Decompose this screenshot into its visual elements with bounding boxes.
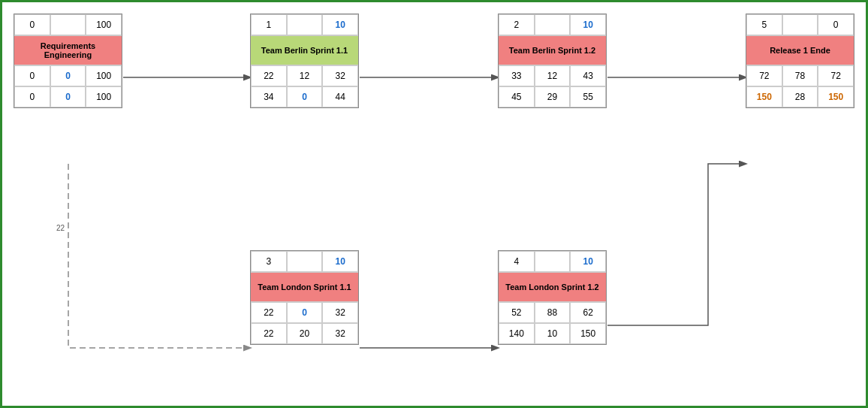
node-req-title: RequirementsEngineering xyxy=(14,35,122,65)
cell-l1-top-right: 10 xyxy=(322,251,358,272)
node-london1-title: Team London Sprint 1.1 xyxy=(251,272,358,302)
cell-r1-top-right: 0 xyxy=(818,14,854,35)
node-berlin1-title: Team Berlin Sprint 1.1 xyxy=(251,35,358,65)
cell-req-top-mid xyxy=(50,14,86,35)
cell-l2-top-right: 10 xyxy=(570,251,606,272)
node-london1-row1: 22 0 32 xyxy=(251,302,358,323)
cell-l1-top-left: 3 xyxy=(251,251,287,272)
node-london2-title: Team London Sprint 1.2 xyxy=(499,272,606,302)
cell-b2-r2c3: 55 xyxy=(570,86,606,107)
cell-req-r1c2: 0 xyxy=(50,65,86,86)
cell-l2-r2c1: 140 xyxy=(499,323,535,344)
node-release1-row1: 72 78 72 xyxy=(746,65,854,86)
node-london1: 3 10 Team London Sprint 1.1 22 0 32 22 2… xyxy=(250,250,359,345)
cell-r1-r2c1: 150 xyxy=(746,86,782,107)
cell-l1-top-mid xyxy=(287,251,323,272)
cell-b1-r1c2: 12 xyxy=(287,65,323,86)
cell-l2-r1c3: 62 xyxy=(570,302,606,323)
node-release1: 5 0 Release 1 Ende 72 78 72 150 28 150 xyxy=(746,14,854,108)
cell-l2-r1c1: 52 xyxy=(499,302,535,323)
node-london2-header: 4 10 xyxy=(499,251,606,272)
cell-req-r1c3: 100 xyxy=(86,65,122,86)
canvas: 22 0 100 RequirementsEngineering 0 0 100… xyxy=(0,0,868,408)
node-req-row2: 0 0 100 xyxy=(14,86,122,107)
cell-l1-r1c3: 32 xyxy=(322,302,358,323)
cell-l2-r2c2: 10 xyxy=(535,323,571,344)
cell-r1-r1c1: 72 xyxy=(746,65,782,86)
node-release1-header: 5 0 xyxy=(746,14,854,35)
node-london2-row1: 52 88 62 xyxy=(499,302,606,323)
cell-req-top-left: 0 xyxy=(14,14,50,35)
node-req-header: 0 100 xyxy=(14,14,122,35)
node-london1-header: 3 10 xyxy=(251,251,358,272)
cell-r1-r2c3: 150 xyxy=(818,86,854,107)
cell-b2-r2c2: 29 xyxy=(535,86,571,107)
cell-b2-top-mid xyxy=(535,14,571,35)
cell-b2-r1c3: 43 xyxy=(570,65,606,86)
cell-req-top-right: 100 xyxy=(86,14,122,35)
cell-l1-r1c1: 22 xyxy=(251,302,287,323)
cell-b1-top-mid xyxy=(287,14,323,35)
cell-b2-r1c2: 12 xyxy=(535,65,571,86)
cell-b1-r1c3: 32 xyxy=(322,65,358,86)
node-berlin1-row1: 22 12 32 xyxy=(251,65,358,86)
cell-b1-top-left: 1 xyxy=(251,14,287,35)
dashed-label: 22 xyxy=(56,224,65,232)
cell-b1-r2c1: 34 xyxy=(251,86,287,107)
cell-l2-r1c2: 88 xyxy=(535,302,571,323)
cell-r1-r1c2: 78 xyxy=(782,65,818,86)
node-req-row1: 0 0 100 xyxy=(14,65,122,86)
cell-r1-r1c3: 72 xyxy=(818,65,854,86)
cell-req-r2c3: 100 xyxy=(86,86,122,107)
cell-b1-r1c1: 22 xyxy=(251,65,287,86)
node-release1-row2: 150 28 150 xyxy=(746,86,854,107)
cell-b2-top-right: 10 xyxy=(570,14,606,35)
cell-b1-r2c3: 44 xyxy=(322,86,358,107)
cell-r1-r2c2: 28 xyxy=(782,86,818,107)
node-berlin1: 1 10 Team Berlin Sprint 1.1 22 12 32 34 … xyxy=(250,14,359,108)
node-berlin2-header: 2 10 xyxy=(499,14,606,35)
node-london2: 4 10 Team London Sprint 1.2 52 88 62 140… xyxy=(498,250,607,345)
cell-l2-top-left: 4 xyxy=(499,251,535,272)
cell-r1-top-mid xyxy=(782,14,818,35)
cell-b2-r2c1: 45 xyxy=(499,86,535,107)
cell-l1-r1c2: 0 xyxy=(287,302,323,323)
node-release1-title: Release 1 Ende xyxy=(746,35,854,65)
node-berlin1-header: 1 10 xyxy=(251,14,358,35)
cell-b1-top-right: 10 xyxy=(322,14,358,35)
cell-l2-top-mid xyxy=(535,251,571,272)
cell-req-r1c1: 0 xyxy=(14,65,50,86)
cell-b2-r1c1: 33 xyxy=(499,65,535,86)
cell-l1-r2c2: 20 xyxy=(287,323,323,344)
node-berlin2-row1: 33 12 43 xyxy=(499,65,606,86)
node-req: 0 100 RequirementsEngineering 0 0 100 0 … xyxy=(14,14,122,108)
node-london2-row2: 140 10 150 xyxy=(499,323,606,344)
node-london1-row2: 22 20 32 xyxy=(251,323,358,344)
cell-l1-r2c1: 22 xyxy=(251,323,287,344)
cell-l1-r2c3: 32 xyxy=(322,323,358,344)
cell-r1-top-left: 5 xyxy=(746,14,782,35)
node-berlin2-title: Team Berlin Sprint 1.2 xyxy=(499,35,606,65)
cell-req-r2c2: 0 xyxy=(50,86,86,107)
cell-l2-r2c3: 150 xyxy=(570,323,606,344)
arrows-svg xyxy=(2,2,868,408)
cell-b2-top-left: 2 xyxy=(499,14,535,35)
node-berlin2-row2: 45 29 55 xyxy=(499,86,606,107)
cell-b1-r2c2: 0 xyxy=(287,86,323,107)
node-berlin1-row2: 34 0 44 xyxy=(251,86,358,107)
node-berlin2: 2 10 Team Berlin Sprint 1.2 33 12 43 45 … xyxy=(498,14,607,108)
cell-req-r2c1: 0 xyxy=(14,86,50,107)
